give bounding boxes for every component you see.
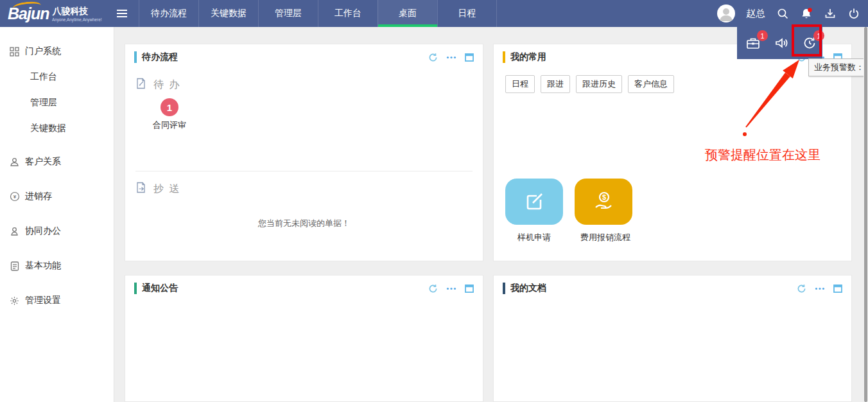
top-navbar: Bajun 八骏科技 Anyone,Anytime,Anywhere! 待办流程… xyxy=(0,0,868,27)
brand-text: Bajun xyxy=(8,4,49,23)
refresh-icon[interactable] xyxy=(428,53,438,62)
refresh-icon[interactable] xyxy=(797,284,806,293)
power-icon[interactable] xyxy=(847,7,860,20)
todo-count-badge: 1 xyxy=(161,98,178,116)
sidebar-item-label: 工作台 xyxy=(30,71,57,83)
accent-bar xyxy=(503,283,505,294)
edit-square-icon xyxy=(505,179,563,225)
sidebar-item-workbench[interactable]: 工作台 xyxy=(0,64,114,90)
grid-icon xyxy=(9,46,20,57)
sidebar-item-label: 基本功能 xyxy=(25,260,61,272)
money-hand-icon: $ xyxy=(575,179,632,225)
tab-gongzuotai[interactable]: 工作台 xyxy=(318,0,378,27)
accent-bar xyxy=(134,283,137,294)
sidebar-item-management[interactable]: 管理层 xyxy=(0,90,114,116)
svg-text:$: $ xyxy=(602,193,606,201)
tab-zhuomian[interactable]: 桌面 xyxy=(378,0,437,27)
sidebar: 门户系统 工作台 管理层 关键数据 客户关系 ¥ 进销存 xyxy=(0,27,114,402)
card-title: 我的常用 xyxy=(510,51,546,63)
tab-richeng[interactable]: 日程 xyxy=(437,0,497,27)
quick-buttons-row: 日程 跟进 跟进历史 客户信息 xyxy=(494,75,851,93)
cc-section-header: 抄 送 xyxy=(135,182,473,196)
menu-toggle-icon[interactable] xyxy=(117,0,136,27)
collaboration-icon xyxy=(9,226,20,237)
refresh-icon[interactable] xyxy=(428,284,438,293)
tile-label: 费用报销流程 xyxy=(575,232,636,243)
section-divider xyxy=(135,171,473,171)
vertical-scrollbar[interactable] xyxy=(864,27,868,402)
tile-sample-request[interactable]: 样机申请 xyxy=(505,179,563,243)
scrollbar-thumb[interactable] xyxy=(864,27,867,402)
tab-daiban-liucheng[interactable]: 待办流程 xyxy=(139,0,198,27)
sidebar-item-label: 关键数据 xyxy=(30,123,66,134)
download-icon[interactable] xyxy=(824,7,837,20)
todo-item-label: 合同评审 xyxy=(151,119,188,131)
card-todo-flow: 待办流程 待 办 xyxy=(125,44,483,261)
sidebar-item-customer[interactable]: 客户关系 xyxy=(0,149,114,175)
approval-box-icon[interactable]: 1 xyxy=(745,35,761,51)
alert-tooltip: 业务预警数：1 xyxy=(808,58,868,76)
alert-badge: 1 xyxy=(813,30,824,41)
card-title: 我的文档 xyxy=(510,283,546,294)
more-options-icon[interactable] xyxy=(446,56,456,59)
card-todo-header: 待办流程 xyxy=(125,44,483,70)
card-my-docs-header: 我的文档 xyxy=(494,275,851,301)
accent-bar xyxy=(503,51,505,63)
sidebar-item-label: 协同办公 xyxy=(25,225,61,237)
quick-button-followup-history[interactable]: 跟进历史 xyxy=(576,75,622,93)
notification-dropdown-panel: 1 1 xyxy=(737,27,822,59)
sidebar-item-basic[interactable]: 基本功能 xyxy=(0,253,114,279)
user-name[interactable]: 赵总 xyxy=(746,8,765,20)
tile-expense-flow[interactable]: $ 费用报销流程 xyxy=(575,179,636,243)
main-area: 门户系统 工作台 管理层 关键数据 客户关系 ¥ 进销存 xyxy=(0,27,868,402)
approval-badge: 1 xyxy=(757,30,768,41)
sidebar-item-label: 进销存 xyxy=(25,191,52,202)
quick-button-schedule[interactable]: 日程 xyxy=(505,75,535,93)
more-options-icon[interactable] xyxy=(815,287,825,290)
brand-tagline: Anyone,Anytime,Anywhere! xyxy=(52,17,101,21)
user-avatar[interactable] xyxy=(717,4,735,22)
sidebar-item-settings[interactable]: 管理设置 xyxy=(0,288,114,313)
todo-section-label: 待 办 xyxy=(153,78,180,92)
sidebar-item-label: 管理设置 xyxy=(25,295,61,306)
card-title: 通知公告 xyxy=(142,283,178,294)
doc-forward-icon xyxy=(135,182,147,196)
brand-cn-text: 八骏科技 xyxy=(52,6,107,17)
invoicing-icon: ¥ xyxy=(9,191,20,202)
maximize-window-icon[interactable] xyxy=(833,284,842,293)
sidebar-item-label: 管理层 xyxy=(30,97,57,109)
maximize-window-icon[interactable] xyxy=(465,284,474,293)
more-options-icon[interactable] xyxy=(446,287,456,290)
sidebar-item-label: 门户系统 xyxy=(25,46,61,57)
card-my-docs: 我的文档 xyxy=(493,275,852,402)
maximize-window-icon[interactable] xyxy=(465,53,474,62)
sidebar-item-portal[interactable]: 门户系统 xyxy=(0,39,114,64)
quick-button-customer-info[interactable]: 客户信息 xyxy=(628,75,674,93)
card-notice-header: 通知公告 xyxy=(125,275,483,301)
todo-item[interactable]: 1 合同评审 xyxy=(151,98,188,131)
app-logo[interactable]: Bajun 八骏科技 Anyone,Anytime,Anywhere! xyxy=(0,0,114,27)
announcement-speaker-icon[interactable] xyxy=(774,35,789,51)
nav-tabs: 待办流程 关键数据 管理层 工作台 桌面 日程 xyxy=(139,0,497,27)
card-notice: 通知公告 xyxy=(125,275,483,402)
sidebar-item-keydata[interactable]: 关键数据 xyxy=(0,116,114,141)
sidebar-item-collaboration[interactable]: 协同办公 xyxy=(0,218,114,244)
tab-guanliceng[interactable]: 管理层 xyxy=(258,0,318,27)
tile-label: 样机申请 xyxy=(505,232,563,243)
alert-clock-icon[interactable]: 1 xyxy=(802,35,817,51)
dashboard-content: 待办流程 待 办 xyxy=(114,27,868,402)
doc-edit-icon xyxy=(135,78,147,92)
tab-guanjian-shuju[interactable]: 关键数据 xyxy=(198,0,258,27)
todo-section-header: 待 办 xyxy=(135,78,473,92)
sidebar-item-invoicing[interactable]: ¥ 进销存 xyxy=(0,184,114,209)
sidebar-item-label: 客户关系 xyxy=(25,156,61,168)
bell-icon[interactable] xyxy=(800,7,813,20)
search-icon[interactable] xyxy=(776,7,789,20)
svg-text:¥: ¥ xyxy=(13,194,16,200)
customer-icon xyxy=(9,157,20,168)
annotation-note: 预警提醒位置在这里 xyxy=(705,146,820,164)
quick-button-followup[interactable]: 跟进 xyxy=(541,75,570,93)
cc-empty-message: 您当前无未阅读的单据！ xyxy=(135,218,473,229)
navbar-right: 赵总 xyxy=(717,0,868,27)
gear-icon xyxy=(9,295,20,306)
